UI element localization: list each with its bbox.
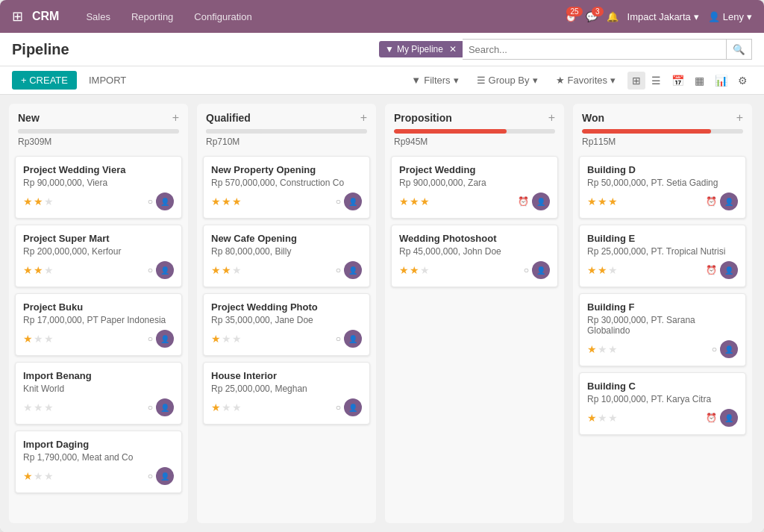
star-icon[interactable]: ★ [598,195,607,207]
kanban-card[interactable]: Building FRp 30,000,000, PT. Sarana Glob… [579,293,746,366]
card-stars[interactable]: ★★★ [211,333,242,345]
star-icon[interactable]: ★ [598,343,607,355]
star-icon[interactable]: ★ [587,264,597,276]
star-icon[interactable]: ★ [587,195,597,207]
activity-circle-icon[interactable]: ○ [148,471,153,481]
nav-reporting[interactable]: Reporting [122,7,182,27]
kanban-card[interactable]: Project Wedding VieraRp 90,000,000, Vier… [15,156,182,219]
kanban-card[interactable]: Project WeddingRp 900,000,000, Zara★★★⏰👤 [391,156,558,219]
star-icon[interactable]: ★ [222,333,231,345]
kanban-card[interactable]: House InteriorRp 25,000,000, Meghan★★★○👤 [203,362,370,425]
nav-configuration[interactable]: Configuration [185,7,260,27]
group-by-button[interactable]: ☰ Group By ▾ [471,72,544,89]
kanban-card[interactable]: Project Wedding PhotoRp 35,000,000, Jane… [203,293,370,356]
kanban-card[interactable]: Project BukuRp 17,000,000, PT Paper Indo… [15,293,182,356]
filter-tag[interactable]: ▼ My Pipeline ✕ [379,41,463,57]
card-stars[interactable]: ★★★ [23,333,54,345]
star-icon[interactable]: ★ [23,264,33,276]
urgent-activity-icon[interactable]: ⏰ [706,265,717,275]
activity-circle-icon[interactable]: ○ [336,402,341,413]
star-icon[interactable]: ★ [608,195,618,207]
card-stars[interactable]: ★★★ [23,470,54,482]
star-icon[interactable]: ★ [34,264,43,276]
import-button[interactable]: IMPORT [83,71,132,90]
star-icon[interactable]: ★ [34,401,43,413]
star-icon[interactable]: ★ [211,264,221,276]
column-add-new[interactable]: + [172,111,179,125]
urgent-activity-icon[interactable]: ⏰ [706,196,717,207]
filters-button[interactable]: ▼ Filters ▾ [405,72,464,89]
activity-circle-icon[interactable]: ○ [148,265,153,275]
star-icon[interactable]: ★ [399,195,409,207]
star-icon[interactable]: ★ [420,264,430,276]
star-icon[interactable]: ★ [211,401,221,413]
star-icon[interactable]: ★ [608,343,618,355]
star-icon[interactable]: ★ [598,412,607,424]
kanban-card[interactable]: Import BenangKnit World★★★○👤 [15,362,182,425]
star-icon[interactable]: ★ [410,195,419,207]
kanban-card[interactable]: Building ERp 25,000,000, PT. Tropical Nu… [579,225,746,287]
activity-circle-icon[interactable]: ○ [712,344,717,354]
grid-icon[interactable]: ⊞ [12,8,23,25]
kanban-card[interactable]: Building CRp 10,000,000, PT. Karya Citra… [579,372,746,435]
card-stars[interactable]: ★★★ [23,264,54,276]
card-stars[interactable]: ★★★ [211,195,242,207]
kanban-card[interactable]: Wedding PhotoshootRp 45,000,000, John Do… [391,225,558,287]
star-icon[interactable]: ★ [44,470,54,482]
star-icon[interactable]: ★ [23,333,33,345]
nav-sales[interactable]: Sales [77,7,119,27]
star-icon[interactable]: ★ [44,195,54,207]
card-stars[interactable]: ★★★ [587,343,618,355]
column-add-won[interactable]: + [736,111,743,125]
kanban-card[interactable]: New Property OpeningRp 570,000,000, Cons… [203,156,370,219]
card-stars[interactable]: ★★★ [399,264,430,276]
star-icon[interactable]: ★ [23,470,33,482]
star-icon[interactable]: ★ [211,333,221,345]
search-button[interactable]: 🔍 [727,39,752,60]
activity-circle-icon[interactable]: ○ [148,196,153,207]
star-icon[interactable]: ★ [222,401,231,413]
star-icon[interactable]: ★ [34,195,43,207]
column-add-qualified[interactable]: + [360,111,367,125]
star-icon[interactable]: ★ [23,401,33,413]
settings-icon[interactable]: 🔔 [607,11,619,22]
kanban-view-button[interactable]: ⊞ [627,72,645,90]
card-stars[interactable]: ★★★ [587,195,618,207]
company-selector[interactable]: Impact Jakarta ▾ [627,11,699,22]
star-icon[interactable]: ★ [598,264,607,276]
star-icon[interactable]: ★ [232,333,242,345]
star-icon[interactable]: ★ [211,195,221,207]
create-button[interactable]: + CREATE [12,71,77,90]
star-icon[interactable]: ★ [44,333,54,345]
star-icon[interactable]: ★ [44,264,54,276]
star-icon[interactable]: ★ [34,470,43,482]
favorites-button[interactable]: ★ Favorites ▾ [550,72,621,89]
star-icon[interactable]: ★ [34,333,43,345]
messages-button[interactable]: 💬 3 [586,11,598,22]
filter-close-button[interactable]: ✕ [449,44,457,54]
graph-view-button[interactable]: 📊 [710,72,732,90]
star-icon[interactable]: ★ [222,195,231,207]
activity-circle-icon[interactable]: ○ [336,196,341,207]
card-stars[interactable]: ★★★ [587,264,618,276]
settings-view-button[interactable]: ⚙ [733,72,752,90]
card-stars[interactable]: ★★★ [23,195,54,207]
star-icon[interactable]: ★ [608,412,618,424]
user-menu[interactable]: 👤 Leny ▾ [708,11,752,22]
star-icon[interactable]: ★ [222,264,231,276]
star-icon[interactable]: ★ [399,264,409,276]
card-stars[interactable]: ★★★ [211,401,242,413]
activity-circle-icon[interactable]: ○ [148,402,153,413]
kanban-card[interactable]: New Cafe OpeningRp 80,000,000, Billy★★★○… [203,225,370,287]
star-icon[interactable]: ★ [420,195,430,207]
card-stars[interactable]: ★★★ [587,412,618,424]
kanban-card[interactable]: Import DagingRp 1,790,000, Meat and Co★★… [15,431,182,493]
star-icon[interactable]: ★ [232,401,242,413]
activity-circle-icon[interactable]: ○ [336,265,341,275]
pivot-view-button[interactable]: ▦ [690,72,709,90]
kanban-card[interactable]: Building DRp 50,000,000, PT. Setia Gadin… [579,156,746,219]
urgent-activity-icon[interactable]: ⏰ [518,196,529,207]
activity-circle-icon[interactable]: ○ [148,334,153,344]
notifications-button[interactable]: ⏰ 25 [565,11,577,22]
star-icon[interactable]: ★ [587,412,597,424]
